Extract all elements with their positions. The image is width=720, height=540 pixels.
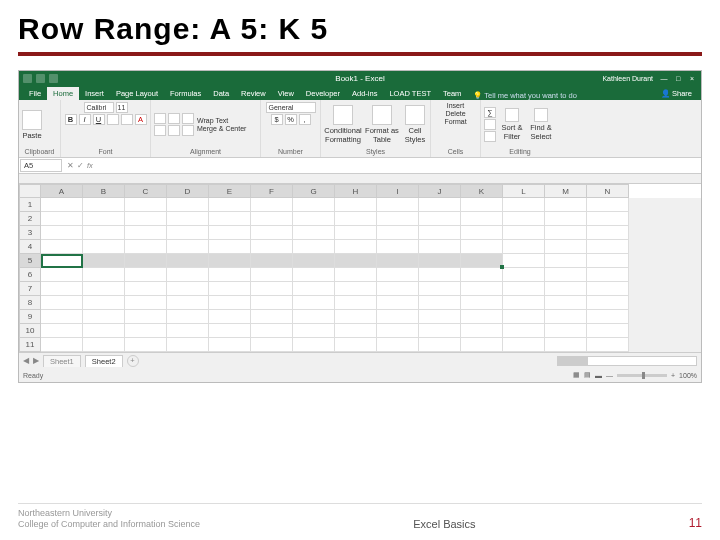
cell[interactable] [461, 240, 503, 254]
cell[interactable] [335, 212, 377, 226]
cell[interactable] [293, 212, 335, 226]
cell[interactable] [83, 212, 125, 226]
tab-insert[interactable]: Insert [79, 87, 110, 100]
sheet-tab-2[interactable]: Sheet2 [85, 355, 123, 367]
cell[interactable] [83, 296, 125, 310]
zoom-out-button[interactable]: — [606, 372, 613, 379]
cell[interactable] [377, 296, 419, 310]
cell[interactable] [209, 240, 251, 254]
cell[interactable] [587, 282, 629, 296]
column-header[interactable]: J [419, 184, 461, 198]
column-header[interactable]: E [209, 184, 251, 198]
delete-cells-button[interactable]: Delete [445, 110, 465, 117]
cell[interactable] [167, 310, 209, 324]
cell[interactable] [41, 268, 83, 282]
align-right-button[interactable] [182, 125, 194, 136]
redo-icon[interactable] [49, 74, 58, 83]
align-left-button[interactable] [154, 125, 166, 136]
cell[interactable] [293, 268, 335, 282]
cell[interactable] [545, 240, 587, 254]
cell[interactable] [419, 310, 461, 324]
cell[interactable] [419, 296, 461, 310]
sheet-tab-1[interactable]: Sheet1 [43, 355, 81, 367]
cell[interactable] [209, 324, 251, 338]
zoom-in-button[interactable]: + [671, 372, 675, 379]
column-header[interactable]: N [587, 184, 629, 198]
cell[interactable] [461, 296, 503, 310]
cell[interactable] [293, 324, 335, 338]
cell[interactable] [377, 268, 419, 282]
font-name-box[interactable]: Calibri [84, 102, 114, 113]
cell[interactable] [587, 254, 629, 268]
cell[interactable] [461, 254, 503, 268]
horizontal-scrollbar[interactable] [557, 356, 697, 366]
tab-data[interactable]: Data [207, 87, 235, 100]
currency-button[interactable]: $ [271, 114, 283, 125]
cell[interactable] [83, 310, 125, 324]
cell[interactable] [545, 324, 587, 338]
cell[interactable] [41, 296, 83, 310]
number-format-box[interactable]: General [266, 102, 316, 113]
cell[interactable] [461, 268, 503, 282]
formula-input[interactable] [97, 165, 701, 167]
cell[interactable] [167, 198, 209, 212]
tab-developer[interactable]: Developer [300, 87, 346, 100]
row-header[interactable]: 1 [19, 198, 41, 212]
cell[interactable] [251, 310, 293, 324]
cell[interactable] [125, 226, 167, 240]
cell[interactable] [587, 212, 629, 226]
cell[interactable] [335, 282, 377, 296]
cell[interactable] [209, 226, 251, 240]
column-header[interactable]: D [167, 184, 209, 198]
cell[interactable] [251, 338, 293, 352]
undo-icon[interactable] [36, 74, 45, 83]
cell[interactable] [419, 338, 461, 352]
tell-me-box[interactable]: 💡 Tell me what you want to do [467, 91, 656, 100]
cell[interactable] [251, 268, 293, 282]
cell[interactable] [293, 226, 335, 240]
maximize-button[interactable]: □ [673, 75, 683, 82]
cell[interactable] [419, 282, 461, 296]
find-select-button[interactable]: Find & Select [528, 108, 554, 141]
column-header[interactable]: G [293, 184, 335, 198]
sheet-nav-prev[interactable]: ◀ [23, 356, 29, 365]
cell[interactable] [587, 268, 629, 282]
cell[interactable] [83, 338, 125, 352]
cell[interactable] [125, 240, 167, 254]
cell[interactable] [41, 240, 83, 254]
cell[interactable] [293, 240, 335, 254]
cell[interactable] [545, 310, 587, 324]
cell[interactable] [41, 310, 83, 324]
select-all-corner[interactable] [19, 184, 41, 198]
cell[interactable] [251, 226, 293, 240]
cell[interactable] [419, 324, 461, 338]
view-layout-icon[interactable]: ▤ [584, 371, 591, 379]
tab-file[interactable]: File [23, 87, 47, 100]
row-header[interactable]: 2 [19, 212, 41, 226]
cell[interactable] [503, 198, 545, 212]
cell[interactable] [377, 212, 419, 226]
cell[interactable] [167, 282, 209, 296]
cell[interactable] [503, 240, 545, 254]
paste-button[interactable]: Paste [22, 110, 42, 140]
cell[interactable] [503, 268, 545, 282]
row-header[interactable]: 4 [19, 240, 41, 254]
clear-button[interactable] [484, 131, 496, 142]
zoom-slider[interactable] [617, 374, 667, 377]
cell[interactable] [461, 198, 503, 212]
cell[interactable] [293, 198, 335, 212]
cell[interactable] [545, 268, 587, 282]
column-header[interactable]: F [251, 184, 293, 198]
cell[interactable] [587, 310, 629, 324]
cell[interactable] [251, 254, 293, 268]
view-normal-icon[interactable]: ▦ [573, 371, 580, 379]
cell[interactable] [83, 240, 125, 254]
column-header[interactable]: A [41, 184, 83, 198]
cell[interactable] [125, 324, 167, 338]
cell[interactable] [503, 310, 545, 324]
font-size-box[interactable]: 11 [116, 102, 128, 113]
cell[interactable] [377, 282, 419, 296]
cell[interactable] [251, 324, 293, 338]
cell[interactable] [293, 296, 335, 310]
cell[interactable] [587, 338, 629, 352]
